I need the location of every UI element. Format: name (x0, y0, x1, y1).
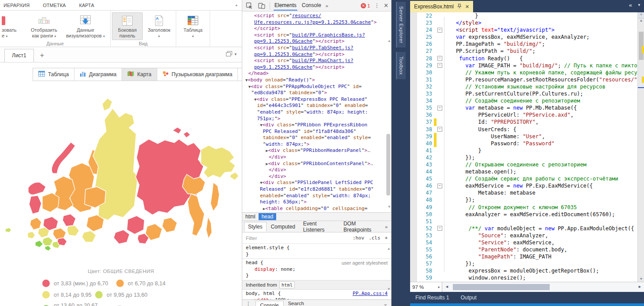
dom-tree-line[interactable]: "ed8cda9478" tabindex="0"> (245, 90, 385, 96)
fold-column[interactable]: − (437, 182, 443, 189)
tab-elements[interactable]: Elements (274, 0, 297, 11)
map-region[interactable] (127, 216, 144, 234)
code-line[interactable]: 49 // Откроем документ с ключом 67035 (417, 204, 637, 211)
show-as-ranks-button[interactable]: 213Отобразитькак ранги ▾ (27, 12, 61, 41)
code-line[interactable]: 23 </style> (417, 19, 637, 26)
scroll-up-icon[interactable]: ▲ (638, 18, 644, 22)
devtools-close-icon[interactable]: ✕ (384, 2, 389, 9)
code-line[interactable]: 47 Metabase: metabase (417, 189, 637, 196)
code-line[interactable]: 41 } (417, 147, 637, 154)
visualizer-tab-1[interactable]: Таблица (33, 68, 74, 81)
dom-tree-line[interactable]: pp=9.1.25253.0&cache"></script> (245, 64, 385, 71)
collapse-region-icon[interactable]: − (437, 28, 442, 33)
dom-tree-line[interactable]: tabindex="0" enabled="enabled" style= (245, 135, 385, 141)
inherited-tag-link[interactable]: html (279, 281, 295, 289)
fold-column[interactable]: − (437, 225, 443, 232)
code-line[interactable]: 53 "Source": eaxAnalyzer, (417, 232, 637, 239)
inspect-element-icon[interactable] (245, 2, 254, 9)
stylesheet-link[interactable]: PP.App.css:4 (353, 291, 388, 297)
collapse-region-icon[interactable]: − (437, 226, 442, 231)
fold-column[interactable]: − (437, 104, 443, 111)
scrollbar-thumb[interactable] (386, 134, 390, 195)
map-region[interactable] (188, 194, 204, 236)
dom-tree-line[interactable]: <script src="build/PP.TabSheet.js? (245, 45, 385, 52)
dom-tree-line[interactable]: ▶<table cellpadding="0" cellspacing= (245, 206, 385, 212)
ribbon-tab-2[interactable]: ОТМЕТКА (43, 3, 66, 8)
dom-tree[interactable]: <script src="resources/ Ufe.resources.ru… (242, 11, 391, 212)
map-region[interactable] (162, 218, 177, 232)
dom-tree-line[interactable]: id="e464c3c5901" tabindex="0" enabled= (245, 103, 385, 109)
code-line[interactable]: 59 window.onresize(); (417, 274, 637, 281)
dom-tree-line[interactable]: PPC Released" id="f1fa8f48da306" (245, 129, 385, 135)
data-visualizers-button[interactable]: Данныевизуализаторов ▾ (62, 12, 109, 41)
dom-tree-line[interactable]: </script> (245, 26, 385, 32)
dom-tree-line[interactable]: enabled="enabled" style="width: 874px; (245, 193, 385, 199)
code-line[interactable]: 31 PP.resourceManager.setRootResourcesFo… (417, 76, 637, 83)
ribbon-tab-1[interactable]: ИЕРАРХИЯ (4, 3, 30, 8)
dom-tree-line[interactable]: pp=9.1.25253.0&cache"></script> (245, 52, 385, 58)
drawer-tab-search[interactable]: Search (288, 301, 304, 306)
code-line[interactable]: 58 expressBox = moduleObject.getReportBo… (417, 267, 637, 274)
css-selector[interactable]: element.style { (246, 245, 289, 251)
vs-side-tab-server-explorer[interactable]: Server Explorer (396, 2, 406, 48)
code-line[interactable]: 39 UserName: "User", (417, 133, 637, 140)
sheet-menu-arrow-icon[interactable]: ▾ (234, 52, 237, 56)
css-selector[interactable]: body, html { (246, 291, 281, 297)
dom-tree-line[interactable]: ▼<div class="PPAppModuleObject PPC" id= (245, 84, 385, 90)
code-line[interactable]: 33 PP.setCurrentCulture(PP.Cultures.ru); (417, 90, 637, 97)
code-line[interactable]: 32 // Установим языковые настройки для р… (417, 83, 637, 90)
window-menu-icon[interactable]: ▼ (637, 2, 641, 8)
code-line[interactable]: 45 // Создаём сервис для работы с экспре… (417, 175, 637, 182)
collapse-region-icon[interactable]: − (437, 56, 442, 61)
breadcrumb-html[interactable]: html (242, 213, 259, 220)
map-region[interactable] (42, 237, 53, 246)
side-panel-button[interactable]: Боковаяпанель (112, 12, 143, 40)
scroll-down-icon[interactable]: ▼ (638, 277, 644, 281)
dom-tree-line[interactable]: </head> (245, 70, 385, 77)
tab-console[interactable]: Console (301, 0, 322, 11)
map-region[interactable] (201, 145, 235, 178)
collapse-region-icon[interactable]: − (437, 184, 442, 188)
dom-tree-line[interactable]: ▼<div class="PPRibbon PPExpressRibbon (245, 122, 385, 129)
collapse-region-icon[interactable]: − (437, 106, 442, 111)
map-region[interactable] (53, 228, 66, 240)
dom-tree-line[interactable]: ▶<div class="PPRibbonHeadersPanel">… (245, 147, 385, 154)
dom-tree-line[interactable]: </div> (245, 154, 385, 161)
splitter-grip-icon[interactable]: ÷ (638, 12, 644, 18)
scroll-down-icon[interactable]: ▼ (388, 204, 390, 210)
collapse-region-icon[interactable]: − (437, 127, 442, 132)
new-rule-button[interactable]: + (385, 235, 388, 241)
header-button[interactable]: AЗаголовок▾ (144, 12, 174, 41)
code-line[interactable]: 37 Id: "PPREPOSITORY", (417, 118, 637, 125)
map-region[interactable] (28, 182, 46, 195)
code-line[interactable]: 42 }); (417, 154, 637, 161)
scroll-up-icon[interactable]: ▲ (388, 246, 390, 252)
code-line[interactable]: 22 } (417, 12, 637, 19)
dom-tree-scrollbar[interactable]: ▲ ▼ (386, 11, 391, 212)
scroll-down-icon[interactable]: ▼ (388, 286, 390, 293)
code-line[interactable]: 54 "Service": eaxMdService, (417, 239, 637, 246)
code-line[interactable]: 55 "ParentNode": document.body, (417, 246, 637, 253)
sheet-tab[interactable]: Лист1 (4, 49, 34, 62)
dom-tree-line[interactable]: ▼<div class="PPExpressBox PPC Released" (245, 96, 385, 103)
drawer-tab-console[interactable]: Console (255, 301, 284, 306)
vs-bottom-tab-find-results-1[interactable]: Find Results 1 (415, 295, 449, 301)
zoom-dropdown[interactable]: 97 % ▾ (410, 282, 442, 292)
dom-tree-line[interactable]: ▼<div class="PPSlidePanel LeftSided PPC (245, 180, 385, 186)
scrollbar-thumb[interactable] (453, 284, 550, 290)
table-button[interactable]: Таблица▾ (178, 12, 208, 41)
ribbon-collapse-icon[interactable]: ▴ (235, 3, 237, 7)
hover-toggle[interactable]: :hov (352, 235, 364, 241)
css-property[interactable]: display (246, 266, 275, 273)
dom-tree-line[interactable]: Released" id="e1fc82d6881" tabindex="0" (245, 186, 385, 193)
scroll-right-icon[interactable]: ► (638, 284, 642, 289)
code-line[interactable]: 52− /**/ var moduleObject = new PP.App.E… (417, 225, 637, 232)
map-region[interactable] (86, 215, 104, 232)
code-line[interactable]: 29− var IMAGE_PATH = "build/img/"; // Пу… (417, 62, 637, 69)
dom-tree-line[interactable]: <script src="build/PP.GraphicsBase.js? (245, 32, 385, 39)
dom-tree-line[interactable]: "width: 874px;"> (245, 141, 385, 148)
device-toolbar-icon[interactable] (257, 3, 266, 9)
breadcrumb-head[interactable]: head (259, 213, 277, 220)
map-region[interactable] (63, 214, 76, 226)
map-region[interactable] (114, 230, 130, 244)
